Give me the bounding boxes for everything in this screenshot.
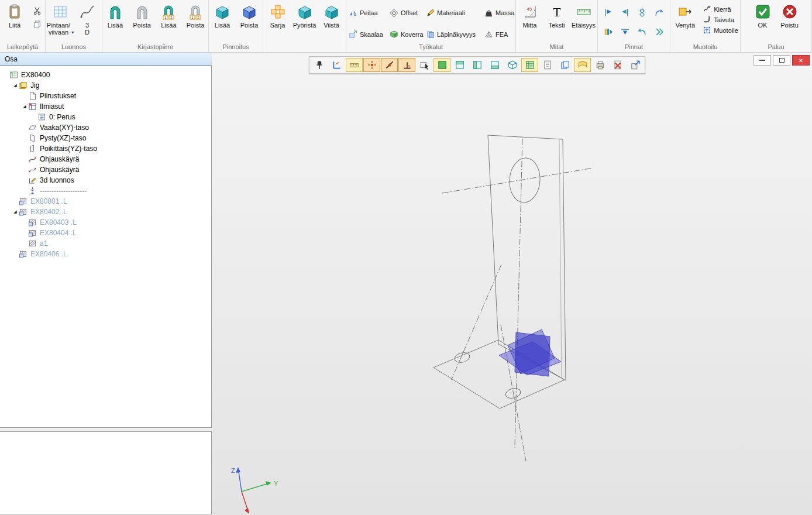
tree-item-0-perus[interactable]: 0: Perus <box>0 112 211 122</box>
button-label: Peilaa <box>360 9 378 16</box>
kirjastopiirre-poista-button[interactable]: 12Poista <box>183 2 208 43</box>
box-wire-tool[interactable] <box>504 58 521 72</box>
button-label: Materiaali <box>437 9 465 16</box>
ribbon-group-luonnos: Pintaan/ viivaan▾3 DLuonnos <box>46 0 102 52</box>
tree-item-label: 3d luonnos <box>40 175 74 186</box>
leikepoyta-copy-button[interactable] <box>30 18 43 30</box>
export-tool[interactable] <box>627 58 644 72</box>
tyokalut-massa-button[interactable]: Massa <box>482 9 509 18</box>
tree-item-label: -------------------- <box>40 186 87 196</box>
paluu-ok-button[interactable]: OK <box>750 2 776 43</box>
group-4-pyorista-button[interactable]: Pyöristä <box>292 2 318 43</box>
face-front-tool[interactable] <box>469 58 486 72</box>
box-teal-icon <box>214 4 230 20</box>
expand-arrow-icon[interactable]: ◢ <box>21 104 28 109</box>
maximize-button[interactable] <box>773 55 790 66</box>
box-round-icon <box>297 4 313 20</box>
sheet-tool[interactable] <box>539 58 556 72</box>
tyokalut-materiaali-button[interactable]: Materiaali <box>424 9 482 18</box>
delete-red-tool[interactable] <box>609 58 626 72</box>
tree-item-vaaka-xy-taso[interactable]: Vaaka(XY)-taso <box>0 122 211 133</box>
pinnoitus-poista-button[interactable]: Poista <box>236 2 262 43</box>
pinnoitus-lisaa-button[interactable]: Lisää <box>209 2 235 43</box>
tree-item-ex80801-l[interactable]: EX80801 .L <box>0 196 211 207</box>
pinnat-surf-diamond-button[interactable] <box>634 6 649 19</box>
tree-item-ex80403-l[interactable]: EX80403 .L <box>0 217 211 228</box>
layers-tool[interactable] <box>556 58 573 72</box>
tyokalut-koverra-button[interactable]: Koverra <box>387 30 424 39</box>
mesh-green-icon <box>525 60 535 70</box>
pinnat-surf-bars-button[interactable] <box>600 26 615 39</box>
tree-item-piirustukset[interactable]: Piirustukset <box>0 91 211 101</box>
surface-yellow-tool[interactable] <box>574 58 591 72</box>
shade-green-tool[interactable] <box>433 58 450 72</box>
tree-item-a1[interactable]: a1 <box>0 238 211 249</box>
minimize-button[interactable] <box>753 55 771 66</box>
leikepoyta-liita-button[interactable]: Liitä <box>2 2 27 43</box>
muotoilu-kierra-button[interactable]: Kierrä <box>700 5 738 13</box>
snap-point-tool[interactable] <box>363 58 380 72</box>
origin-planes <box>499 329 561 376</box>
kirjastopiirre-lisaa-button[interactable]: 12Lisää <box>156 2 182 43</box>
part-panel: Osa EX80400◢JigPiirustukset◢Ilmiasut0: P… <box>0 53 212 515</box>
tree-item-3d-luonnos[interactable]: 3d luonnos <box>0 175 211 186</box>
tree-item-ohjauskayra[interactable]: Ohjauskäyrä <box>0 164 211 175</box>
tyokalut-lapinakyvyys-button[interactable]: Läpinäkyvyys <box>424 30 482 39</box>
print-tool[interactable] <box>591 58 608 72</box>
tree-item-pysty-xz-taso[interactable]: Pysty(XZ)-taso <box>0 133 211 143</box>
tree-item-label: Ohjauskäyrä <box>40 154 79 164</box>
expand-arrow-icon[interactable]: ◢ <box>12 83 19 88</box>
tree-item-jig[interactable]: ◢Jig <box>0 80 211 91</box>
pinnat-surf-flag-right-button[interactable] <box>600 6 615 19</box>
pick-face-tool[interactable] <box>416 58 433 72</box>
face-top-tool[interactable] <box>451 58 468 72</box>
ribbon-group-label: Muotoilu <box>670 43 740 52</box>
tyokalut-offset-button[interactable]: Offset <box>387 9 424 18</box>
muotoilu-taivuta-button[interactable]: Taivuta <box>700 15 738 24</box>
leikepoyta-scissors-button[interactable] <box>30 5 43 16</box>
pinnat-surf-flag-down-button[interactable] <box>617 26 632 39</box>
tyokalut-fea-button[interactable]: FEA <box>482 30 509 39</box>
tree-item-ex80402-l[interactable]: ◢EX80402 .L <box>0 207 211 217</box>
smart-dim-tool[interactable] <box>328 58 345 72</box>
ruler-tool[interactable] <box>346 58 363 72</box>
tyokalut-skaalaa-button[interactable]: Skaalaa <box>346 30 387 39</box>
kirjastopiirre-lisaa-button[interactable]: Lisää <box>102 2 128 43</box>
group-4-viista-button[interactable]: Viistä <box>319 2 345 43</box>
tyokalut-peilaa-button[interactable]: Peilaa <box>346 9 387 18</box>
tree-item-ex80406-l[interactable]: EX80406 .L <box>0 249 211 259</box>
pinnat-surf-hook-left-button[interactable] <box>634 26 649 39</box>
muotoilu-venyta-button[interactable]: Venytä <box>672 2 698 43</box>
mesh-green-tool[interactable] <box>521 58 538 72</box>
kirjastopiirre-poista-button[interactable]: Poista <box>129 2 155 43</box>
delete-red-icon <box>613 60 623 70</box>
face-side-tool[interactable] <box>486 58 503 72</box>
viewport-3d[interactable]: Z Y × <box>212 53 812 515</box>
ribbon-group-label: Kirjastopiirre <box>102 43 208 52</box>
luonnos-pintaan-viivaan-button[interactable]: Pintaan/ viivaan▾ <box>47 2 73 43</box>
snap-perp-tool[interactable] <box>398 58 415 72</box>
tree-item-poikittais-yz-taso[interactable]: Poikittais(YZ)-taso <box>0 143 211 154</box>
expand-arrow-icon[interactable]: ◢ <box>12 210 19 214</box>
snap-incline-tool[interactable] <box>381 58 398 72</box>
tree-item-ex80400[interactable]: EX80400 <box>0 70 211 80</box>
pinnat-surf-chevrons-button[interactable] <box>651 26 666 39</box>
group-4-sarja-button[interactable]: Sarja <box>265 2 291 43</box>
tree-item-separator[interactable]: -------------------- <box>0 186 211 196</box>
pin-tool[interactable] <box>311 58 328 72</box>
mitat-etaisyys-button[interactable]: Etäisyys <box>571 2 597 43</box>
mitat-teksti-button[interactable]: TTeksti <box>544 2 570 43</box>
mirror-icon <box>349 9 357 18</box>
mitat-mitta-button[interactable]: 45Mitta <box>517 2 543 43</box>
tree-item-ohjauskayra[interactable]: Ohjauskäyrä <box>0 154 211 164</box>
pinnat-surf-flag-left-button[interactable] <box>617 6 632 19</box>
box-chamfer-icon <box>324 4 340 20</box>
tree-item-ilmiasut[interactable]: ◢Ilmiasut <box>0 101 211 112</box>
muotoilu-muotoile-button[interactable]: Muotoile <box>700 26 738 35</box>
luonnos-3-d-button[interactable]: 3 D <box>74 2 100 43</box>
pinnat-surf-hook-button[interactable] <box>651 6 666 19</box>
tree-item-ex80404-l[interactable]: EX80404 .L <box>0 228 211 238</box>
fea-icon <box>484 30 493 39</box>
paluu-poistu-button[interactable]: Poistu <box>777 2 803 43</box>
close-button[interactable]: × <box>792 55 810 66</box>
